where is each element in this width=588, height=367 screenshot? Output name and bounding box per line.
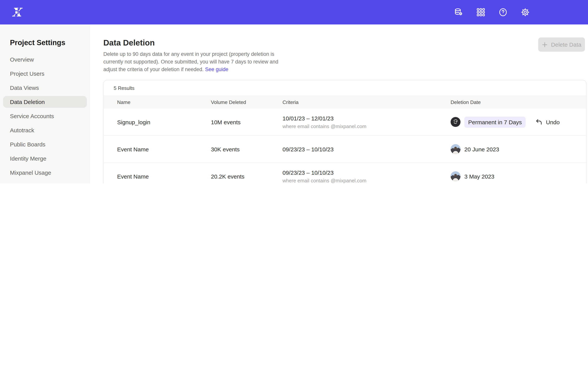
deletion-date-cell: Permanent in 7 Days Undo bbox=[450, 117, 586, 127]
undo-icon bbox=[536, 118, 543, 125]
sidebar-item-mixpanel-usage[interactable]: Mixpanel Usage bbox=[3, 167, 87, 179]
sidebar-item-identity-merge[interactable]: Identity Merge bbox=[3, 152, 87, 164]
deletion-date-cell: 20 June 2023 bbox=[450, 144, 586, 154]
sidebar-nav: Overview Project Users Data Views Data D… bbox=[0, 53, 90, 184]
sidebar-item-data-deletion[interactable]: Data Deletion bbox=[3, 96, 87, 108]
user-avatar bbox=[450, 171, 460, 181]
event-name: Signup_login bbox=[117, 119, 211, 125]
sidebar-item-public-boards[interactable]: Public Boards bbox=[3, 138, 87, 150]
column-header-criteria: Criteria bbox=[283, 99, 450, 105]
sidebar-item-label: Data Deletion bbox=[10, 99, 45, 105]
sidebar-item-service-accounts[interactable]: Service Accounts bbox=[3, 110, 87, 122]
help-icon[interactable] bbox=[498, 8, 508, 17]
event-name: Event Name bbox=[117, 173, 211, 179]
sidebar-item-data-views[interactable]: Data Views bbox=[3, 82, 87, 94]
sidebar-item-label: Service Accounts bbox=[10, 113, 54, 119]
table-row: Event Name 30K events 09/23/23 – 10/10/2… bbox=[104, 135, 586, 162]
table-header-row: Name Volume Deleted Criteria Deletion Da… bbox=[104, 96, 586, 108]
deletion-table-card: 5 Results Name Volume Deleted Criteria D… bbox=[103, 80, 587, 184]
sidebar-item-overview[interactable]: Overview bbox=[3, 53, 87, 65]
page-description: Delete up to 90 days data for any event … bbox=[103, 50, 588, 73]
criteria-date-range: 09/23/23 – 10/10/23 bbox=[283, 169, 450, 176]
app-window: X bbox=[0, 0, 588, 184]
sidebar-item-label: Identity Merge bbox=[10, 155, 46, 162]
sidebar-title: Project Settings bbox=[10, 38, 90, 47]
sidebar-item-label: Data Views bbox=[10, 84, 39, 91]
delete-data-button[interactable]: Delete Data bbox=[538, 37, 585, 52]
event-name: Event Name bbox=[117, 146, 211, 152]
deletion-date-cell: 3 May 2023 bbox=[450, 171, 586, 181]
plus-icon bbox=[542, 42, 548, 48]
table-row: Signup_login 10M events 10/01/23 – 12/01… bbox=[104, 108, 586, 135]
criteria-date-range: 09/23/23 – 10/10/23 bbox=[283, 146, 450, 152]
user-avatar bbox=[450, 117, 460, 127]
criteria-filter-subtext: where email contains @mixpanel.com bbox=[283, 178, 450, 183]
see-guide-link[interactable]: See guide bbox=[205, 67, 228, 72]
undo-label: Undo bbox=[546, 119, 560, 125]
sidebar-item-autotrack[interactable]: Autotrack bbox=[3, 124, 87, 136]
settings-sidebar: Project Settings Overview Project Users … bbox=[0, 25, 90, 184]
description-line: adjust the criteria of your deletion if … bbox=[103, 66, 588, 73]
sidebar-item-label: Public Boards bbox=[10, 141, 45, 148]
criteria-date-range: 10/01/23 – 12/01/23 bbox=[283, 115, 450, 121]
apps-grid-icon[interactable] bbox=[476, 8, 485, 17]
status-badge: Permanent in 7 Days bbox=[464, 117, 526, 127]
volume-deleted: 20.2K events bbox=[211, 173, 283, 179]
column-header-deletion-date: Deletion Date bbox=[450, 99, 586, 105]
topbar-icon-group bbox=[454, 8, 530, 17]
mixpanel-logo-icon[interactable]: X bbox=[10, 6, 23, 18]
user-avatar bbox=[450, 144, 460, 154]
results-count: 5 Results bbox=[104, 80, 586, 96]
undo-button[interactable]: Undo bbox=[536, 118, 560, 125]
volume-deleted: 10M events bbox=[211, 119, 283, 125]
sidebar-item-label: Autotrack bbox=[10, 127, 34, 133]
column-header-name: Name bbox=[117, 99, 211, 105]
criteria-cell: 10/01/23 – 12/01/23 where email contains… bbox=[283, 115, 450, 129]
table-row: Event Name 20.2K events 09/23/23 – 10/10… bbox=[104, 162, 586, 184]
criteria-filter-subtext: where email contains @mixpanel.com bbox=[283, 123, 450, 129]
sidebar-item-project-users[interactable]: Project Users bbox=[3, 68, 87, 80]
settings-gear-icon[interactable] bbox=[521, 8, 530, 17]
deletion-date: 20 June 2023 bbox=[464, 146, 499, 152]
criteria-cell: 09/23/23 – 10/10/23 bbox=[283, 146, 450, 152]
data-settings-icon[interactable] bbox=[454, 8, 463, 17]
description-line: Delete up to 90 days data for any event … bbox=[103, 50, 588, 58]
column-header-volume: Volume Deleted bbox=[211, 99, 283, 105]
deletion-date: 3 May 2023 bbox=[464, 173, 494, 179]
description-line: currently not supported). Once submitted… bbox=[103, 58, 588, 66]
sidebar-item-label: Overview bbox=[10, 56, 34, 63]
main-content: Data Deletion Delete up to 90 days data … bbox=[90, 25, 588, 184]
sidebar-item-label: Project Users bbox=[10, 70, 44, 77]
sidebar-item-label: Mixpanel Usage bbox=[10, 169, 51, 176]
page-title: Data Deletion bbox=[103, 38, 588, 47]
criteria-cell: 09/23/23 – 10/10/23 where email contains… bbox=[283, 169, 450, 183]
volume-deleted: 30K events bbox=[211, 146, 283, 152]
sidebar-item-warehouse-connections[interactable]: Warehouse Connections bbox=[3, 181, 87, 184]
top-navigation-bar: X bbox=[0, 0, 588, 25]
table-body: Signup_login 10M events 10/01/23 – 12/01… bbox=[104, 108, 586, 184]
